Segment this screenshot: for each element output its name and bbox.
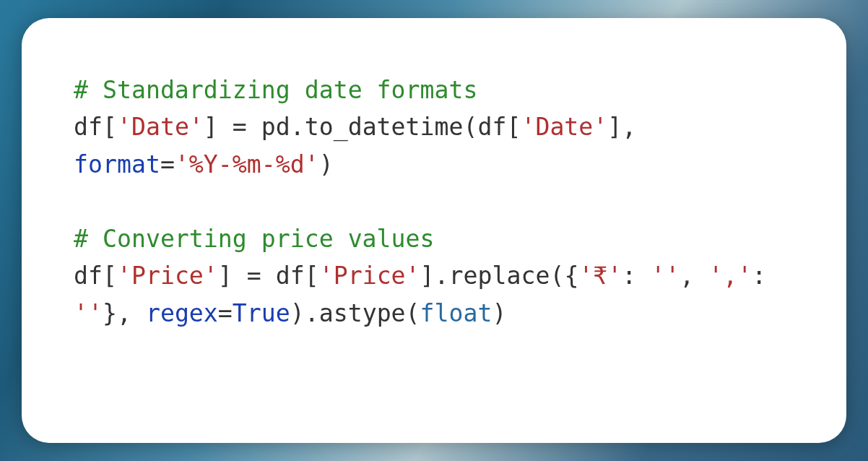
code-string: 'Date' [521,113,607,141]
code-string: 'Date' [117,113,204,141]
code-string: '%Y-%m-%d' [175,150,319,178]
code-string: '' [74,299,103,327]
code-text: ) [319,150,334,178]
code-text: ].replace({ [420,262,579,290]
code-text: ] = pd.to_datetime(df[ [204,113,521,141]
code-text: ] = df[ [218,262,319,290]
code-block: # Standardizing date formats df['Date'] … [74,72,794,332]
code-string: 'Price' [319,262,420,290]
code-snippet-card: # Standardizing date formats df['Date'] … [22,18,846,443]
code-text: : [622,262,651,290]
code-text: = [160,150,175,178]
code-text: df[ [74,113,117,141]
code-builtin: float [420,299,492,327]
code-text: : [752,262,781,290]
code-comment: # Converting price values [74,225,435,253]
code-text: ).astype( [290,299,420,327]
code-string: '' [651,262,680,290]
code-string: 'Price' [117,262,218,290]
code-keyword: format [74,150,160,178]
code-text: ], [607,113,651,141]
code-constant: True [233,299,290,327]
code-text: }, [103,299,146,327]
code-string: '₹' [578,262,622,290]
code-text: = [218,299,233,327]
code-text: ) [492,299,506,327]
code-text: df[ [74,262,117,290]
code-keyword: regex [146,299,218,327]
code-string: ',' [708,262,752,290]
code-text: , [680,262,708,290]
code-comment: # Standardizing date formats [74,76,477,104]
